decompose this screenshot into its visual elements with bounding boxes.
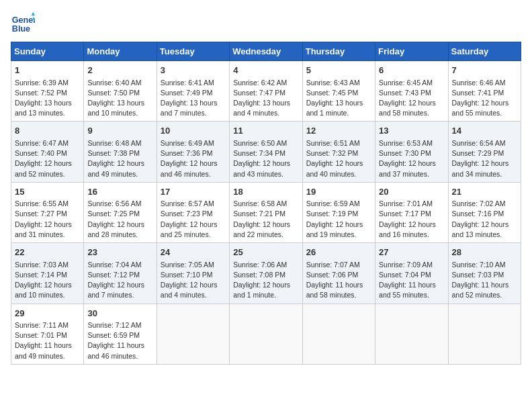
calendar-cell xyxy=(302,304,375,364)
calendar-cell: 11Sunrise: 6:50 AM Sunset: 7:34 PM Dayli… xyxy=(230,122,302,182)
day-number: 12 xyxy=(306,124,371,138)
calendar-cell: 10Sunrise: 6:49 AM Sunset: 7:36 PM Dayli… xyxy=(157,122,229,182)
calendar-cell: 4Sunrise: 6:42 AM Sunset: 7:47 PM Daylig… xyxy=(230,61,302,122)
calendar-cell: 12Sunrise: 6:51 AM Sunset: 7:32 PM Dayli… xyxy=(302,122,375,182)
day-number: 5 xyxy=(306,64,371,77)
day-info: Sunrise: 7:07 AM Sunset: 7:06 PM Dayligh… xyxy=(306,260,371,301)
calendar-week-1: 1Sunrise: 6:39 AM Sunset: 7:52 PM Daylig… xyxy=(11,61,521,122)
day-info: Sunrise: 7:10 AM Sunset: 7:03 PM Dayligh… xyxy=(452,260,517,301)
day-number: 16 xyxy=(87,185,152,199)
calendar-cell: 16Sunrise: 6:56 AM Sunset: 7:25 PM Dayli… xyxy=(84,182,157,242)
calendar-cell xyxy=(448,304,521,364)
weekday-header-monday: Monday xyxy=(84,42,157,61)
weekday-header-wednesday: Wednesday xyxy=(230,42,302,61)
day-number: 29 xyxy=(15,307,80,320)
day-info: Sunrise: 6:48 AM Sunset: 7:38 PM Dayligh… xyxy=(87,138,152,179)
day-info: Sunrise: 6:47 AM Sunset: 7:40 PM Dayligh… xyxy=(15,138,80,179)
day-number: 2 xyxy=(87,64,152,77)
day-number: 30 xyxy=(87,307,152,320)
day-info: Sunrise: 6:55 AM Sunset: 7:27 PM Dayligh… xyxy=(15,199,80,240)
calendar-cell: 2Sunrise: 6:40 AM Sunset: 7:50 PM Daylig… xyxy=(84,61,157,122)
calendar-cell: 9Sunrise: 6:48 AM Sunset: 7:38 PM Daylig… xyxy=(84,122,157,182)
weekday-header-friday: Friday xyxy=(375,42,448,61)
weekday-header-sunday: Sunday xyxy=(11,42,84,61)
day-number: 26 xyxy=(306,246,371,259)
calendar-cell: 20Sunrise: 7:01 AM Sunset: 7:17 PM Dayli… xyxy=(375,182,448,242)
day-number: 4 xyxy=(233,64,298,77)
calendar-cell: 5Sunrise: 6:43 AM Sunset: 7:45 PM Daylig… xyxy=(302,61,375,122)
day-info: Sunrise: 6:57 AM Sunset: 7:23 PM Dayligh… xyxy=(161,199,226,240)
weekday-header-tuesday: Tuesday xyxy=(157,42,229,61)
calendar-week-3: 15Sunrise: 6:55 AM Sunset: 7:27 PM Dayli… xyxy=(11,182,521,242)
calendar-cell xyxy=(157,304,229,364)
calendar-cell: 15Sunrise: 6:55 AM Sunset: 7:27 PM Dayli… xyxy=(11,182,84,242)
calendar-cell xyxy=(375,304,448,364)
calendar-cell: 13Sunrise: 6:53 AM Sunset: 7:30 PM Dayli… xyxy=(375,122,448,182)
day-number: 21 xyxy=(452,185,517,199)
page-header: General Blue xyxy=(11,11,521,35)
calendar-cell: 18Sunrise: 6:58 AM Sunset: 7:21 PM Dayli… xyxy=(230,182,302,242)
day-info: Sunrise: 6:41 AM Sunset: 7:49 PM Dayligh… xyxy=(161,78,226,119)
calendar-cell: 3Sunrise: 6:41 AM Sunset: 7:49 PM Daylig… xyxy=(157,61,229,122)
day-info: Sunrise: 7:09 AM Sunset: 7:04 PM Dayligh… xyxy=(379,260,444,301)
day-number: 13 xyxy=(379,124,444,138)
calendar-cell: 28Sunrise: 7:10 AM Sunset: 7:03 PM Dayli… xyxy=(448,243,521,304)
day-info: Sunrise: 6:45 AM Sunset: 7:43 PM Dayligh… xyxy=(379,78,444,119)
calendar-cell: 27Sunrise: 7:09 AM Sunset: 7:04 PM Dayli… xyxy=(375,243,448,304)
calendar-cell: 14Sunrise: 6:54 AM Sunset: 7:29 PM Dayli… xyxy=(448,122,521,182)
day-number: 14 xyxy=(452,124,517,138)
calendar-cell: 1Sunrise: 6:39 AM Sunset: 7:52 PM Daylig… xyxy=(11,61,84,122)
day-info: Sunrise: 7:03 AM Sunset: 7:14 PM Dayligh… xyxy=(15,260,80,301)
day-number: 1 xyxy=(15,64,80,77)
day-info: Sunrise: 7:01 AM Sunset: 7:17 PM Dayligh… xyxy=(379,199,444,240)
day-number: 25 xyxy=(233,246,298,259)
day-number: 27 xyxy=(379,246,444,259)
day-number: 8 xyxy=(15,124,80,138)
calendar-week-5: 29Sunrise: 7:11 AM Sunset: 7:01 PM Dayli… xyxy=(11,304,521,364)
day-info: Sunrise: 6:50 AM Sunset: 7:34 PM Dayligh… xyxy=(233,138,298,179)
day-info: Sunrise: 7:12 AM Sunset: 6:59 PM Dayligh… xyxy=(87,320,152,361)
day-info: Sunrise: 6:42 AM Sunset: 7:47 PM Dayligh… xyxy=(233,78,298,119)
day-info: Sunrise: 6:59 AM Sunset: 7:19 PM Dayligh… xyxy=(306,199,371,240)
logo: General Blue xyxy=(11,11,38,35)
day-number: 23 xyxy=(87,246,152,259)
calendar-cell: 29Sunrise: 7:11 AM Sunset: 7:01 PM Dayli… xyxy=(11,304,84,364)
day-number: 6 xyxy=(379,64,444,77)
day-info: Sunrise: 6:51 AM Sunset: 7:32 PM Dayligh… xyxy=(306,138,371,179)
calendar-cell: 22Sunrise: 7:03 AM Sunset: 7:14 PM Dayli… xyxy=(11,243,84,304)
day-number: 7 xyxy=(452,64,517,77)
day-number: 3 xyxy=(161,64,226,77)
day-info: Sunrise: 6:58 AM Sunset: 7:21 PM Dayligh… xyxy=(233,199,298,240)
calendar-cell: 26Sunrise: 7:07 AM Sunset: 7:06 PM Dayli… xyxy=(302,243,375,304)
day-number: 18 xyxy=(233,185,298,199)
day-number: 17 xyxy=(161,185,226,199)
day-info: Sunrise: 6:49 AM Sunset: 7:36 PM Dayligh… xyxy=(161,138,226,179)
day-info: Sunrise: 6:40 AM Sunset: 7:50 PM Dayligh… xyxy=(87,78,152,119)
day-info: Sunrise: 7:06 AM Sunset: 7:08 PM Dayligh… xyxy=(233,260,298,301)
day-info: Sunrise: 6:56 AM Sunset: 7:25 PM Dayligh… xyxy=(87,199,152,240)
calendar-cell: 21Sunrise: 7:02 AM Sunset: 7:16 PM Dayli… xyxy=(448,182,521,242)
day-info: Sunrise: 6:43 AM Sunset: 7:45 PM Dayligh… xyxy=(306,78,371,119)
calendar-week-2: 8Sunrise: 6:47 AM Sunset: 7:40 PM Daylig… xyxy=(11,122,521,182)
calendar-week-4: 22Sunrise: 7:03 AM Sunset: 7:14 PM Dayli… xyxy=(11,243,521,304)
day-info: Sunrise: 6:54 AM Sunset: 7:29 PM Dayligh… xyxy=(452,138,517,179)
day-number: 9 xyxy=(87,124,152,138)
svg-text:Blue: Blue xyxy=(12,24,30,34)
svg-marker-2 xyxy=(32,12,35,15)
day-number: 28 xyxy=(452,246,517,259)
calendar-cell: 7Sunrise: 6:46 AM Sunset: 7:41 PM Daylig… xyxy=(448,61,521,122)
calendar-cell: 25Sunrise: 7:06 AM Sunset: 7:08 PM Dayli… xyxy=(230,243,302,304)
day-number: 24 xyxy=(161,246,226,259)
weekday-header-thursday: Thursday xyxy=(302,42,375,61)
day-info: Sunrise: 7:11 AM Sunset: 7:01 PM Dayligh… xyxy=(15,320,80,361)
day-info: Sunrise: 7:02 AM Sunset: 7:16 PM Dayligh… xyxy=(452,199,517,240)
day-number: 19 xyxy=(306,185,371,199)
logo-icon: General Blue xyxy=(11,11,35,35)
calendar-cell: 30Sunrise: 7:12 AM Sunset: 6:59 PM Dayli… xyxy=(84,304,157,364)
day-info: Sunrise: 7:05 AM Sunset: 7:10 PM Dayligh… xyxy=(161,260,226,301)
day-number: 11 xyxy=(233,124,298,138)
day-number: 22 xyxy=(15,246,80,259)
weekday-header-saturday: Saturday xyxy=(448,42,521,61)
calendar-header: SundayMondayTuesdayWednesdayThursdayFrid… xyxy=(11,42,521,61)
day-number: 10 xyxy=(161,124,226,138)
